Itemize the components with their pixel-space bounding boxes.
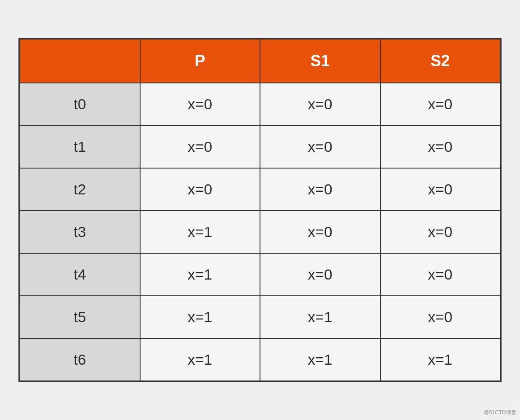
- cell-p: x=0: [140, 126, 260, 168]
- cell-time: t1: [20, 126, 140, 168]
- cell-p: x=1: [140, 253, 260, 296]
- cell-s2: x=0: [380, 211, 501, 253]
- data-table: P S1 S2 t0x=0x=0x=0t1x=0x=0x=0t2x=0x=0x=…: [19, 39, 501, 381]
- cell-time: t5: [20, 296, 140, 338]
- table-row: t0x=0x=0x=0: [20, 83, 500, 126]
- header-col-p: P: [140, 39, 260, 83]
- cell-s1: x=1: [260, 296, 380, 338]
- cell-p: x=1: [140, 296, 260, 338]
- cell-time: t4: [20, 253, 140, 296]
- cell-s1: x=0: [260, 168, 380, 211]
- table-row: t1x=0x=0x=0: [20, 126, 500, 168]
- watermark: @51CTO博客: [484, 409, 516, 416]
- cell-s2: x=0: [380, 296, 501, 338]
- header-col-s2: S2: [380, 39, 501, 83]
- cell-s1: x=1: [260, 338, 380, 381]
- table-row: t5x=1x=1x=0: [20, 296, 500, 338]
- cell-time: t6: [20, 338, 140, 381]
- cell-p: x=1: [140, 338, 260, 381]
- cell-s2: x=1: [380, 338, 501, 381]
- table-row: t2x=0x=0x=0: [20, 168, 500, 211]
- cell-s1: x=0: [260, 83, 380, 126]
- cell-s2: x=0: [380, 253, 501, 296]
- cell-s2: x=0: [380, 83, 501, 126]
- cell-time: t2: [20, 168, 140, 211]
- cell-p: x=0: [140, 168, 260, 211]
- header-col-empty: [20, 39, 140, 83]
- table-row: t6x=1x=1x=1: [20, 338, 500, 381]
- cell-time: t3: [20, 211, 140, 253]
- header-col-s1: S1: [260, 39, 380, 83]
- cell-p: x=1: [140, 211, 260, 253]
- header-row: P S1 S2: [20, 39, 500, 83]
- cell-s1: x=0: [260, 126, 380, 168]
- cell-s2: x=0: [380, 126, 501, 168]
- cell-s1: x=0: [260, 253, 380, 296]
- table-body: t0x=0x=0x=0t1x=0x=0x=0t2x=0x=0x=0t3x=1x=…: [20, 83, 500, 381]
- cell-s1: x=0: [260, 211, 380, 253]
- table-row: t3x=1x=0x=0: [20, 211, 500, 253]
- main-table-wrapper: P S1 S2 t0x=0x=0x=0t1x=0x=0x=0t2x=0x=0x=…: [18, 38, 502, 382]
- cell-p: x=0: [140, 83, 260, 126]
- table-row: t4x=1x=0x=0: [20, 253, 500, 296]
- cell-time: t0: [20, 83, 140, 126]
- cell-s2: x=0: [380, 168, 501, 211]
